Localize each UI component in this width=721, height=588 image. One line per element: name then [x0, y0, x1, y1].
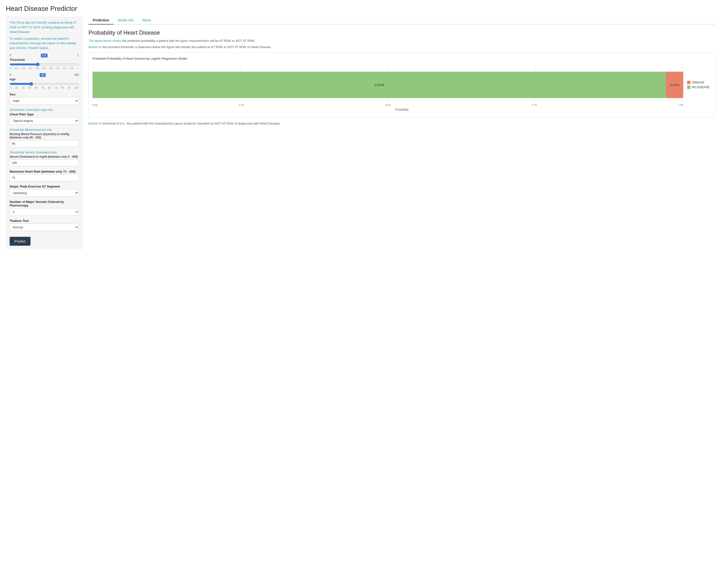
chest-pain-label: Chest Pain Type: [9, 112, 79, 116]
cholesterol-field-group: Show/hide Serum Cholesterol info Serum C…: [9, 150, 79, 166]
vessels-field-group: Number of Major Vessels Colored by Fluor…: [9, 200, 79, 216]
threshold-value-badge: 0.4: [41, 54, 48, 58]
threshold-ticks: 00.10.20.30.4 0.50.60.70.80.91: [9, 67, 79, 70]
x-axis-label: Probability: [92, 108, 711, 111]
desc-line1-text: the predicted probability a patient with…: [122, 39, 255, 43]
thalium-select[interactable]: Normal Fixed defect Reversable defect: [9, 224, 79, 231]
legend-disease-label: DISEASE: [692, 81, 704, 84]
tab-about[interactable]: About: [138, 16, 155, 24]
main-title: Probability of Heart Disease: [88, 29, 715, 36]
blood-pressure-field-group: Show/hide Blood pressure info Resting Bl…: [9, 128, 79, 147]
sidebar: This Shiny app will classify a patient a…: [6, 16, 83, 250]
result-text: Based on threshold of 0.4 , this patient…: [88, 121, 715, 126]
bar-disease: 0.0291: [666, 71, 683, 98]
slope-select[interactable]: Upsloping Flat Downsloping: [9, 189, 79, 197]
slope-field-group: Slope- Peak Exercise ST Segment Upslopin…: [9, 185, 79, 197]
age-max: 100: [74, 73, 79, 77]
age-label: Age: [9, 78, 79, 81]
age-slider-group: 0 30 100 Age 010203040 5060708090100: [9, 73, 79, 89]
x-tick-50: 0.50: [385, 104, 390, 106]
blood-pressure-show-hide-link[interactable]: Show/hide Blood pressure info: [9, 128, 79, 131]
info-line2: To obtain a prediction, provide the pati…: [9, 36, 79, 50]
thalium-label: Thalium Test: [9, 219, 79, 223]
heart-rate-field-group: Maximum Heart Rate (between only 71 - 20…: [9, 170, 79, 181]
thalium-field-group: Thalium Test Normal Fixed defect Reversa…: [9, 219, 79, 231]
heart-rate-input[interactable]: [9, 174, 79, 181]
chest-pain-show-hide-link[interactable]: Show/hide Chest pain type info: [9, 108, 79, 111]
chart-inner: 0.9709 0.0291 0.00 0.25 0.50 0.75 1.00: [92, 63, 683, 106]
cholesterol-show-hide-link[interactable]: Show/hide Serum Cholesterol info: [9, 150, 79, 154]
threshold-slider-group: 0 0.4 1 Threshold 00.10.20.30.4 0.50.60.…: [9, 54, 79, 70]
threshold-min: 0: [9, 54, 11, 58]
result-text-body: threshold of 0.4 , this patient with the…: [103, 122, 281, 125]
predict-button[interactable]: Predict: [9, 237, 30, 246]
desc-line2: Based on the provided threshold, a state…: [88, 45, 715, 49]
x-tick-100: 1.00: [678, 104, 683, 106]
legend-no-disease-label: NO DISEASE: [692, 86, 709, 89]
bar-disease-label: 0.0291: [670, 83, 679, 87]
legend-disease: DISEASE: [687, 81, 711, 84]
chest-pain-field-group: Show/hide Chest pain type info Chest Pai…: [9, 108, 79, 125]
legend-no-disease-color: [687, 86, 691, 89]
sex-field-group: Sex: male female: [9, 92, 79, 105]
bar-no-disease-label: 0.9709: [375, 83, 384, 87]
blood-pressure-label: Resting Blood Pressure (Systolic) in mmH…: [9, 132, 79, 139]
desc-line1: The figure below shows the predicted pro…: [88, 39, 715, 43]
age-min: 0: [9, 73, 11, 77]
chest-pain-select[interactable]: Typical angina Atypical angina Non-angin…: [9, 117, 79, 125]
chart-body: 0.9709 0.0291 0.00 0.25 0.50 0.75 1.00: [92, 63, 711, 106]
sex-select[interactable]: male female: [9, 97, 79, 105]
stacked-bar: 0.9709 0.0291: [92, 71, 683, 98]
chart-title: Predicted Probability of Heart Disease b…: [92, 57, 711, 60]
legend-disease-color: [687, 81, 691, 84]
tabs-bar: Prediction Model Info About: [88, 16, 715, 24]
bar-no-disease: 0.9709: [92, 71, 666, 98]
x-tick-75: 0.75: [532, 104, 537, 106]
cholesterol-input[interactable]: [9, 160, 79, 166]
heart-rate-label: Maximum Heart Rate (between only 71 - 20…: [9, 170, 79, 173]
tab-model-info[interactable]: Model Info: [113, 16, 138, 24]
threshold-max: 1: [77, 54, 79, 58]
slope-label: Slope- Peak Exercise ST Segment: [9, 185, 79, 188]
app-title: Heart Disease Predictor: [6, 5, 715, 13]
x-axis-ticks: 0.00 0.25 0.50 0.75 1.00: [92, 104, 683, 106]
threshold-label: Threshold: [9, 58, 79, 62]
age-value-badge: 30: [40, 73, 46, 77]
age-ticks: 010203040 5060708090100: [9, 87, 79, 89]
tab-prediction[interactable]: Prediction: [88, 16, 113, 24]
age-input[interactable]: [9, 82, 79, 86]
blood-pressure-input[interactable]: [9, 140, 79, 147]
vessels-label: Number of Major Vessels Colored by Fluor…: [9, 200, 79, 207]
x-tick-25: 0.25: [239, 104, 244, 106]
legend-no-disease: NO DISEASE: [687, 86, 711, 89]
threshold-input[interactable]: [9, 63, 79, 66]
vessels-select[interactable]: 0 1 2 3: [9, 208, 79, 216]
sex-label: Sex:: [9, 92, 79, 96]
cholesterol-label: Serum Cholesterol in mg/dl (between only…: [9, 155, 79, 159]
info-box: This Shiny app will classify a patient a…: [9, 20, 79, 50]
info-line1: This Shiny app will classify a patient a…: [9, 20, 79, 34]
x-tick-0: 0.00: [92, 104, 98, 106]
main-content: Prediction Model Info About Probability …: [88, 16, 715, 126]
chart-wrapper: Predicted Probability of Heart Disease b…: [88, 52, 715, 117]
desc-line2-text: the provided threshold, a statement belo…: [103, 45, 272, 49]
chart-legend: DISEASE NO DISEASE: [687, 81, 711, 89]
